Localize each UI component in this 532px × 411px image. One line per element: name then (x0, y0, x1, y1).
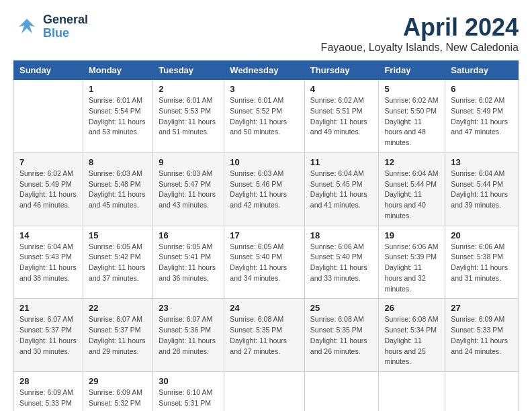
day-detail: Sunrise: 6:05 AMSunset: 5:42 PMDaylight:… (89, 242, 146, 282)
day-detail: Sunrise: 6:04 AMSunset: 5:44 PMDaylight:… (451, 169, 508, 209)
calendar-cell (224, 372, 305, 412)
day-number: 17 (230, 230, 299, 240)
day-detail: Sunrise: 6:03 AMSunset: 5:47 PMDaylight:… (159, 169, 216, 209)
column-header-monday: Monday (83, 61, 152, 80)
day-detail: Sunrise: 6:06 AMSunset: 5:39 PMDaylight:… (384, 242, 438, 293)
day-detail: Sunrise: 6:03 AMSunset: 5:48 PMDaylight:… (89, 169, 146, 209)
column-header-sunday: Sunday (14, 61, 83, 80)
day-number: 9 (159, 157, 218, 167)
day-number: 20 (451, 230, 513, 240)
day-detail: Sunrise: 6:02 AMSunset: 5:50 PMDaylight:… (384, 96, 438, 146)
calendar-cell: 22 Sunrise: 6:07 AMSunset: 5:37 PMDaylig… (83, 299, 152, 372)
day-number: 27 (451, 303, 513, 313)
day-number: 8 (89, 157, 147, 167)
day-detail: Sunrise: 6:01 AMSunset: 5:52 PMDaylight:… (230, 96, 287, 136)
day-detail: Sunrise: 6:07 AMSunset: 5:37 PMDaylight:… (19, 315, 77, 355)
calendar-cell: 4 Sunrise: 6:02 AMSunset: 5:51 PMDayligh… (304, 80, 379, 153)
calendar-cell (14, 80, 83, 153)
day-detail: Sunrise: 6:05 AMSunset: 5:40 PMDaylight:… (230, 242, 287, 282)
calendar-week-5: 28 Sunrise: 6:09 AMSunset: 5:33 PMDaylig… (14, 372, 519, 412)
calendar-cell (445, 372, 519, 412)
day-detail: Sunrise: 6:05 AMSunset: 5:41 PMDaylight:… (159, 242, 216, 282)
day-number: 24 (230, 303, 299, 313)
column-header-saturday: Saturday (445, 61, 519, 80)
day-detail: Sunrise: 6:09 AMSunset: 5:33 PMDaylight:… (451, 315, 508, 355)
day-detail: Sunrise: 6:02 AMSunset: 5:49 PMDaylight:… (19, 169, 77, 209)
column-header-friday: Friday (379, 61, 445, 80)
day-detail: Sunrise: 6:10 AMSunset: 5:31 PMDaylight:… (159, 388, 216, 411)
logo-blue-text: Blue (43, 27, 88, 40)
svg-marker-0 (19, 19, 35, 34)
calendar-cell: 14 Sunrise: 6:04 AMSunset: 5:43 PMDaylig… (14, 226, 83, 299)
calendar-cell: 26 Sunrise: 6:08 AMSunset: 5:34 PMDaylig… (379, 299, 445, 372)
calendar-week-3: 14 Sunrise: 6:04 AMSunset: 5:43 PMDaylig… (14, 226, 519, 299)
day-detail: Sunrise: 6:04 AMSunset: 5:43 PMDaylight:… (19, 242, 77, 282)
calendar-cell: 23 Sunrise: 6:07 AMSunset: 5:36 PMDaylig… (153, 299, 224, 372)
day-number: 7 (19, 157, 77, 167)
logo-general-text: General (43, 13, 88, 27)
day-number: 18 (310, 230, 373, 240)
day-number: 14 (19, 230, 77, 240)
column-header-thursday: Thursday (304, 61, 379, 80)
day-number: 12 (384, 157, 439, 167)
day-number: 10 (230, 157, 299, 167)
calendar-cell: 13 Sunrise: 6:04 AMSunset: 5:44 PMDaylig… (445, 152, 519, 226)
calendar-header: SundayMondayTuesdayWednesdayThursdayFrid… (14, 61, 519, 80)
calendar-week-1: 1 Sunrise: 6:01 AMSunset: 5:54 PMDayligh… (14, 80, 519, 153)
calendar-cell: 8 Sunrise: 6:03 AMSunset: 5:48 PMDayligh… (83, 152, 152, 226)
calendar-table: SundayMondayTuesdayWednesdayThursdayFrid… (13, 60, 519, 411)
calendar-cell: 11 Sunrise: 6:04 AMSunset: 5:45 PMDaylig… (304, 152, 379, 226)
calendar-cell (304, 372, 379, 412)
day-number: 11 (310, 157, 373, 167)
day-detail: Sunrise: 6:07 AMSunset: 5:37 PMDaylight:… (89, 315, 146, 355)
day-number: 2 (159, 84, 218, 94)
day-number: 21 (19, 303, 77, 313)
day-number: 5 (384, 84, 439, 94)
calendar-cell: 21 Sunrise: 6:07 AMSunset: 5:37 PMDaylig… (14, 299, 83, 372)
day-detail: Sunrise: 6:07 AMSunset: 5:36 PMDaylight:… (159, 315, 216, 355)
day-number: 22 (89, 303, 147, 313)
day-number: 28 (19, 376, 77, 386)
calendar-cell: 2 Sunrise: 6:01 AMSunset: 5:53 PMDayligh… (153, 80, 224, 153)
logo-label: General Blue (43, 13, 88, 40)
day-number: 4 (310, 84, 373, 94)
calendar-cell: 18 Sunrise: 6:06 AMSunset: 5:40 PMDaylig… (304, 226, 379, 299)
day-number: 30 (159, 376, 218, 386)
calendar-cell: 15 Sunrise: 6:05 AMSunset: 5:42 PMDaylig… (83, 226, 152, 299)
calendar-cell: 24 Sunrise: 6:08 AMSunset: 5:35 PMDaylig… (224, 299, 305, 372)
day-detail: Sunrise: 6:09 AMSunset: 5:33 PMDaylight:… (19, 388, 77, 411)
day-detail: Sunrise: 6:09 AMSunset: 5:32 PMDaylight:… (89, 388, 146, 411)
calendar-cell: 17 Sunrise: 6:05 AMSunset: 5:40 PMDaylig… (224, 226, 305, 299)
column-header-wednesday: Wednesday (224, 61, 305, 80)
day-number: 26 (384, 303, 439, 313)
header: General Blue April 2024 Fayaoue, Loyalty… (13, 13, 519, 54)
calendar-cell: 25 Sunrise: 6:08 AMSunset: 5:35 PMDaylig… (304, 299, 379, 372)
day-detail: Sunrise: 6:01 AMSunset: 5:53 PMDaylight:… (159, 96, 216, 136)
calendar-cell: 10 Sunrise: 6:03 AMSunset: 5:46 PMDaylig… (224, 152, 305, 226)
day-detail: Sunrise: 6:03 AMSunset: 5:46 PMDaylight:… (230, 169, 287, 209)
calendar-cell: 1 Sunrise: 6:01 AMSunset: 5:54 PMDayligh… (83, 80, 152, 153)
calendar-cell: 19 Sunrise: 6:06 AMSunset: 5:39 PMDaylig… (379, 226, 445, 299)
day-detail: Sunrise: 6:02 AMSunset: 5:51 PMDaylight:… (310, 96, 367, 136)
calendar-week-2: 7 Sunrise: 6:02 AMSunset: 5:49 PMDayligh… (14, 152, 519, 226)
calendar-cell: 16 Sunrise: 6:05 AMSunset: 5:41 PMDaylig… (153, 226, 224, 299)
day-detail: Sunrise: 6:08 AMSunset: 5:35 PMDaylight:… (310, 315, 367, 355)
day-detail: Sunrise: 6:04 AMSunset: 5:45 PMDaylight:… (310, 169, 367, 209)
calendar-cell: 6 Sunrise: 6:02 AMSunset: 5:49 PMDayligh… (445, 80, 519, 153)
day-number: 15 (89, 230, 147, 240)
day-detail: Sunrise: 6:06 AMSunset: 5:40 PMDaylight:… (310, 242, 367, 282)
calendar-cell (379, 372, 445, 412)
calendar-cell: 5 Sunrise: 6:02 AMSunset: 5:50 PMDayligh… (379, 80, 445, 153)
day-number: 25 (310, 303, 373, 313)
calendar-cell: 12 Sunrise: 6:04 AMSunset: 5:44 PMDaylig… (379, 152, 445, 226)
day-number: 13 (451, 157, 513, 167)
day-detail: Sunrise: 6:04 AMSunset: 5:44 PMDaylight:… (384, 169, 438, 220)
calendar-cell: 9 Sunrise: 6:03 AMSunset: 5:47 PMDayligh… (153, 152, 224, 226)
calendar-body: 1 Sunrise: 6:01 AMSunset: 5:54 PMDayligh… (14, 80, 519, 412)
day-number: 16 (159, 230, 218, 240)
calendar-cell: 20 Sunrise: 6:06 AMSunset: 5:38 PMDaylig… (445, 226, 519, 299)
day-number: 19 (384, 230, 439, 240)
day-detail: Sunrise: 6:02 AMSunset: 5:49 PMDaylight:… (451, 96, 508, 136)
calendar-title: April 2024 (321, 13, 519, 42)
logo-bird-icon (13, 13, 40, 40)
